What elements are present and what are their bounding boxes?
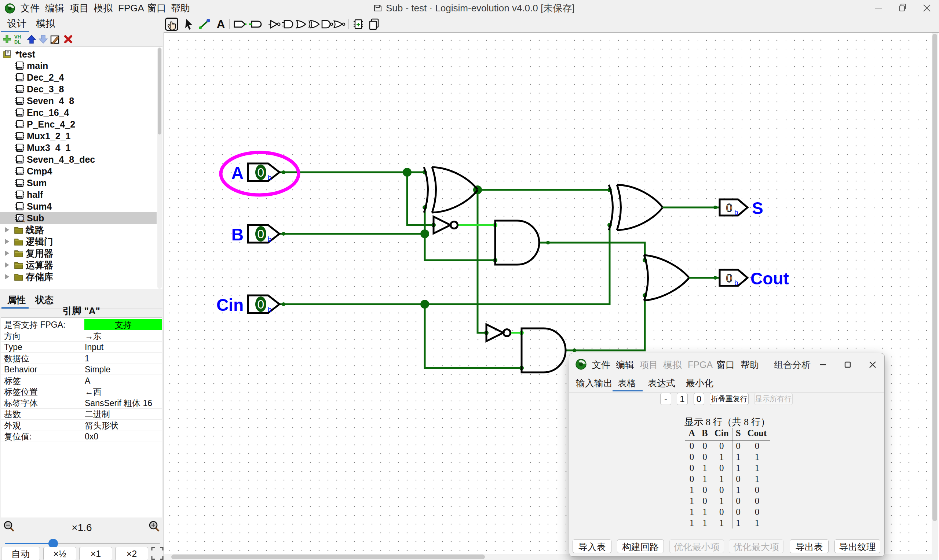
- tree-item-library[interactable]: 线路: [0, 224, 157, 235]
- analysis-menu-help[interactable]: 帮助: [740, 358, 759, 371]
- add-circuit-icon[interactable]: [2, 34, 12, 45]
- export-table-button[interactable]: 导出表: [790, 540, 829, 553]
- analysis-collapse-rows-button[interactable]: 折叠重复行: [710, 393, 749, 405]
- tree-item-circuit[interactable]: mainDec_2_4: [0, 71, 157, 83]
- zoom-auto-button[interactable]: 自动: [1, 547, 40, 560]
- analysis-one-button[interactable]: 1: [677, 393, 688, 405]
- tree-item-circuit[interactable]: mainSum: [0, 177, 157, 189]
- expand-arrow-icon[interactable]: [5, 251, 9, 256]
- tree-item-circuit[interactable]: mainP_Enc_4_2: [0, 118, 157, 130]
- truth-table-row[interactable]: 11111: [685, 517, 770, 528]
- tab-design[interactable]: 设计: [7, 16, 26, 31]
- tree-item-library[interactable]: 存储库: [0, 271, 157, 283]
- or-gate-tool-button[interactable]: [294, 18, 308, 31]
- tree-item-library[interactable]: 运算器: [0, 259, 157, 271]
- zoom-half-button[interactable]: ×½: [43, 547, 76, 560]
- analysis-close-button[interactable]: [867, 360, 878, 369]
- import-table-button[interactable]: 导入表: [572, 540, 611, 553]
- not-gate-tool-button[interactable]: [268, 18, 281, 31]
- analysis-dash-button[interactable]: -: [660, 393, 671, 405]
- analysis-menu-file[interactable]: 文件: [592, 358, 611, 371]
- analysis-tab-minimized[interactable]: 最小化: [686, 376, 714, 390]
- tree-item-circuit[interactable]: mainEnc_16_4: [0, 107, 157, 118]
- move-down-icon[interactable]: [38, 34, 48, 45]
- attribute-row[interactable]: 标签A: [1, 375, 162, 386]
- edit-appearance-icon[interactable]: [50, 34, 60, 45]
- attribute-row[interactable]: 复位值:0x0: [1, 431, 162, 442]
- and-gate-tool-button[interactable]: [282, 18, 295, 31]
- tree-scrollbar-thumb[interactable]: [158, 48, 161, 134]
- vscrollbar-thumb[interactable]: [933, 34, 937, 521]
- canvas-vscrollbar[interactable]: [932, 32, 938, 560]
- output-pin-tool-button[interactable]: [249, 18, 262, 31]
- attribute-row[interactable]: 基数二进制: [1, 409, 162, 420]
- build-circuit-button[interactable]: 构建回路: [617, 540, 664, 553]
- move-up-icon[interactable]: [26, 34, 37, 45]
- maximize-button[interactable]: [896, 2, 910, 15]
- tree-item-library[interactable]: 逻辑门: [0, 235, 157, 248]
- tree-scrollbar[interactable]: [157, 47, 162, 289]
- expand-arrow-icon[interactable]: [5, 227, 9, 232]
- tree-item-circuit[interactable]: mainhalf: [0, 189, 157, 200]
- expand-arrow-icon[interactable]: [5, 239, 9, 244]
- analysis-maximize-button[interactable]: [842, 360, 853, 369]
- truth-table-row[interactable]: 10100: [685, 495, 770, 506]
- truth-table-row[interactable]: 00000: [685, 440, 770, 452]
- expand-arrow-icon[interactable]: [5, 274, 9, 279]
- tab-state[interactable]: 状态: [35, 294, 54, 306]
- tree-item-circuit[interactable]: mainMux3_4_1: [0, 142, 157, 154]
- add-vhdl-icon[interactable]: VH DL: [14, 34, 24, 45]
- zoom-two-button[interactable]: ×2: [115, 547, 148, 560]
- text-tool-button[interactable]: A: [214, 18, 227, 31]
- selection-frame-icon[interactable]: [151, 547, 163, 560]
- tree-item-project[interactable]: *test: [0, 48, 157, 60]
- close-button[interactable]: [920, 2, 934, 15]
- tree-item-circuit[interactable]: mainSeven_4_8_dec: [0, 154, 157, 165]
- nand-gate-tool-button[interactable]: [320, 18, 333, 31]
- tab-simulate[interactable]: 模拟: [36, 16, 55, 31]
- analysis-menu-window[interactable]: 窗口: [716, 358, 735, 371]
- nor-gate-tool-button[interactable]: [333, 18, 346, 31]
- zoom-in-icon[interactable]: [148, 520, 161, 533]
- tab-properties[interactable]: 属性: [7, 294, 26, 306]
- tree-item-circuit[interactable]: mainCmp4: [0, 165, 157, 177]
- export-latex-button[interactable]: 导出纹理: [834, 540, 880, 553]
- truth-table-row[interactable]: 11000: [685, 506, 770, 517]
- tree-item-circuit[interactable]: mainmain: [0, 60, 157, 71]
- circuits-tool-button[interactable]: [367, 18, 381, 31]
- expand-arrow-icon[interactable]: [5, 262, 9, 268]
- delete-icon[interactable]: [63, 34, 73, 45]
- tree-item-circuit[interactable]: mainDec_3_8: [0, 83, 157, 95]
- xor-gate-tool-button[interactable]: [307, 18, 321, 31]
- truth-table-row[interactable]: 00111: [685, 452, 770, 463]
- truth-table-row[interactable]: 01101: [685, 474, 770, 485]
- minimize-button[interactable]: [871, 2, 885, 15]
- wire-tool-button[interactable]: [198, 18, 211, 31]
- tree-item-circuit[interactable]: mainSub: [0, 212, 157, 224]
- input-pin-tool-button[interactable]: [233, 18, 247, 31]
- poke-tool-button[interactable]: [165, 18, 178, 31]
- attribute-row[interactable]: 方向→东: [1, 331, 162, 342]
- attribute-row[interactable]: TypeInput: [1, 342, 162, 352]
- attribute-row[interactable]: 标签字体SansSerif 粗体 16: [1, 398, 162, 409]
- tree-item-circuit[interactable]: mainMux1_2_1: [0, 130, 157, 142]
- menu-simulate[interactable]: 模拟: [89, 0, 117, 16]
- tree-item-circuit[interactable]: mainSeven_4_8: [0, 95, 157, 107]
- analysis-tab-table[interactable]: 表格: [618, 376, 636, 390]
- tree-item-library[interactable]: 复用器: [0, 248, 157, 259]
- analysis-tab-expression[interactable]: 表达式: [648, 376, 675, 390]
- add-circuit-tool-button[interactable]: [352, 18, 365, 31]
- attribute-row[interactable]: BehaviorSimple: [1, 364, 162, 375]
- menu-edit[interactable]: 编辑: [41, 0, 69, 16]
- select-tool-button[interactable]: [182, 18, 196, 31]
- tree-item-circuit[interactable]: mainSum4: [0, 200, 157, 212]
- analysis-minimize-button[interactable]: [817, 360, 829, 369]
- analysis-tab-io[interactable]: 输入输出: [576, 376, 612, 390]
- truth-table-row[interactable]: 10010: [685, 485, 770, 495]
- hscrollbar-thumb[interactable]: [171, 554, 485, 559]
- zoom-one-button[interactable]: ×1: [79, 547, 112, 560]
- attribute-row[interactable]: 标签位置←西: [1, 386, 162, 397]
- analysis-menu-edit[interactable]: 编辑: [616, 358, 634, 371]
- analysis-zero-button[interactable]: 0: [694, 393, 704, 405]
- menu-file[interactable]: 文件: [16, 0, 44, 16]
